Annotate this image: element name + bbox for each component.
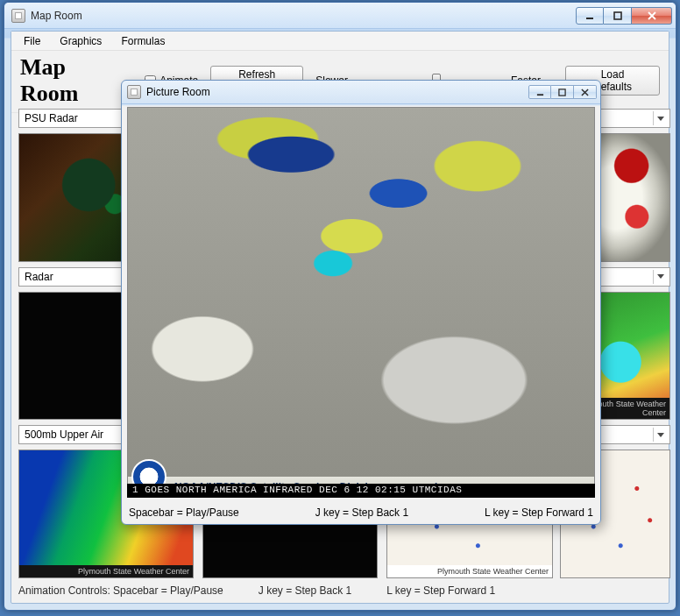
window-controls <box>576 7 672 25</box>
picture-room-title: Picture Room <box>146 86 210 98</box>
picture-room-window[interactable]: Picture Room NOAA/NESDIS Satellite Servi… <box>121 80 601 525</box>
pr-footer-j: J key = Step Back 1 <box>315 506 408 519</box>
svg-rect-2 <box>536 94 542 96</box>
picture-room-footer: Spacebar = Play/Pause J key = Step Back … <box>129 505 593 520</box>
satellite-image[interactable] <box>127 107 595 498</box>
tile-caption: Plymouth State Weather Center <box>19 565 193 577</box>
menu-formulas[interactable]: Formulas <box>112 33 174 49</box>
svg-rect-0 <box>586 18 593 19</box>
pr-footer-space: Spacebar = Play/Pause <box>129 506 239 519</box>
minimize-button[interactable] <box>576 7 604 25</box>
pr-minimize-button[interactable] <box>528 85 551 99</box>
frame-info-band: 1 GOES NORTH AMERICA INFRARED DEC 6 12 0… <box>127 484 595 498</box>
close-button[interactable] <box>632 7 672 25</box>
footer-lkey: L key = Step Forward 1 <box>386 584 495 597</box>
svg-rect-1 <box>614 12 621 19</box>
tile-caption: Plymouth State Weather Center <box>387 565 552 577</box>
page-title: Map Room <box>20 54 124 107</box>
app-icon <box>127 85 141 99</box>
pr-footer-l: L key = Step Forward 1 <box>485 506 593 519</box>
pr-maximize-button[interactable] <box>551 85 574 99</box>
titlebar[interactable]: Map Room <box>4 3 676 29</box>
footer-hint: Animation Controls: Spacebar = Play/Paus… <box>18 582 662 599</box>
footer-jkey: J key = Step Back 1 <box>259 584 351 597</box>
window-title: Map Room <box>31 10 82 22</box>
menu-graphics[interactable]: Graphics <box>51 33 110 49</box>
svg-rect-3 <box>559 89 565 95</box>
footer-controls: Animation Controls: Spacebar = Play/Paus… <box>18 584 223 597</box>
menu-file[interactable]: File <box>15 33 49 49</box>
chevron-down-icon <box>653 428 667 442</box>
picture-room-titlebar[interactable]: Picture Room <box>122 81 600 104</box>
menubar: File Graphics Formulas <box>11 32 669 51</box>
pr-close-button[interactable] <box>574 85 597 99</box>
app-icon <box>11 9 25 23</box>
maximize-button[interactable] <box>604 7 632 25</box>
chevron-down-icon <box>653 111 667 125</box>
chevron-down-icon <box>653 270 667 284</box>
